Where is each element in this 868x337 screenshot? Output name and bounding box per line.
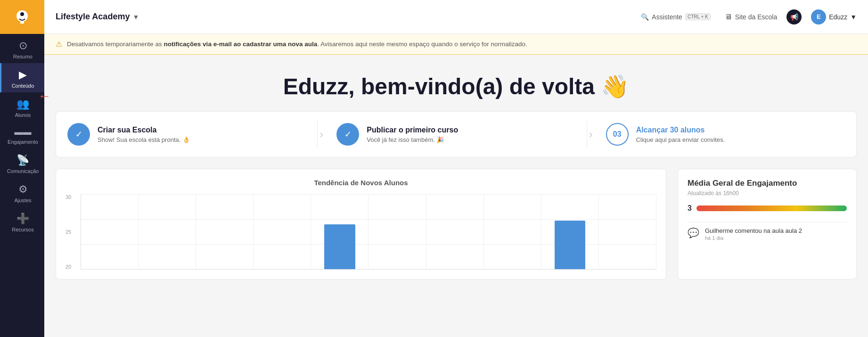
step-arrow-1: › <box>318 112 325 157</box>
bar-5 <box>324 224 355 269</box>
y-label-25: 25 <box>66 229 79 235</box>
chart-title: Tendência de Novos Alunos <box>66 179 656 187</box>
step-1-desc: Show! Sua escola está pronta. 👌 <box>98 136 190 143</box>
site-label: Site da Escola <box>735 13 778 21</box>
site-button[interactable]: 🖥 Site da Escola <box>725 13 778 21</box>
sidebar-item-resumo[interactable]: ⊙ Resumo <box>0 34 44 63</box>
sidebar-item-label-ajustes: Ajustes <box>14 197 31 203</box>
step-2-title: Publicar o primeiro curso <box>367 126 458 134</box>
search-icon: 🔍 <box>641 13 649 21</box>
sidebar-item-label-conteudo: Conteúdo <box>12 83 34 89</box>
sidebar-item-label-resumo: Resumo <box>13 54 33 59</box>
chart-col-9 <box>541 194 599 269</box>
y-label-30: 30 <box>66 194 79 200</box>
user-name: Eduzz <box>829 13 847 21</box>
header: Lifestyle Academy ▼ 🔍 Assistente CTRL + … <box>44 0 868 34</box>
communication-icon: 📡 <box>16 154 29 166</box>
banner-bold: notificações via e-mail ao cadastrar uma… <box>164 41 318 48</box>
chevron-down-icon: ▼ <box>132 13 139 21</box>
engagement-gradient-bar <box>696 205 847 211</box>
trend-chart-card: Tendência de Novos Alunos 30 25 20 <box>56 169 666 279</box>
engagement-subtitle: Atualizado às 16h00 <box>688 190 847 197</box>
user-chevron-icon: ▼ <box>850 13 857 21</box>
step-arrow-2: › <box>587 112 595 157</box>
user-initial: E <box>817 13 821 20</box>
comment-icon: 💬 <box>688 227 699 238</box>
students-icon: 👥 <box>16 98 29 110</box>
chart-col-6 <box>368 194 426 269</box>
sidebar-item-conteudo[interactable]: ▶ Conteúdo <box>0 63 44 92</box>
step-2-text: Publicar o primeiro curso Você já fez is… <box>367 126 458 143</box>
notification-banner: ⚠ Desativamos temporariamente as notific… <box>44 34 868 55</box>
step-1: ✓ Criar sua Escola Show! Sua escola está… <box>56 112 318 157</box>
onboarding-steps: ✓ Criar sua Escola Show! Sua escola está… <box>56 111 857 157</box>
comment-item: 💬 Guilherme comentou na aula aula 2 há 1… <box>688 222 847 246</box>
charts-section: Tendência de Novos Alunos 30 25 20 <box>56 169 857 279</box>
user-menu[interactable]: E Eduzz ▼ <box>811 9 857 25</box>
app-logo[interactable] <box>0 0 44 34</box>
dashboard-icon: ⊙ <box>19 40 27 52</box>
step-3[interactable]: 03 Alcançar 30 alunos Clique aqui para e… <box>595 112 856 157</box>
step-3-title: Alcançar 30 alunos <box>636 126 725 134</box>
step-3-icon: 03 <box>606 123 629 146</box>
banner-prefix: Desativamos temporariamente as <box>67 41 164 48</box>
engagement-bar-row: 3 <box>688 204 847 213</box>
comment-content: Guilherme comentou na aula aula 2 há 1 d… <box>705 227 802 241</box>
engagement-icon: ▬▬ <box>15 127 32 137</box>
banner-suffix: . Avisaremos aqui neste mesmo espaço qua… <box>317 41 527 48</box>
header-actions: 🔍 Assistente CTRL + K 🖥 Site da Escola 📢… <box>636 9 857 25</box>
chart-y-labels: 30 25 20 <box>66 194 79 270</box>
welcome-title: Eduzz, bem-vindo(a) de volta 👋 <box>56 74 857 100</box>
bar-9 <box>555 221 585 269</box>
step-1-title: Criar sua Escola <box>98 126 190 134</box>
settings-icon: ⚙ <box>18 183 28 196</box>
step-2-icon: ✓ <box>336 123 359 146</box>
comment-time: há 1 dia <box>705 235 802 241</box>
notification-button[interactable]: 📢 <box>786 9 802 25</box>
sidebar-item-label-recursos: Recursos <box>12 227 33 232</box>
chart-col-7 <box>426 194 484 269</box>
svg-point-1 <box>20 12 24 16</box>
step-3-text: Alcançar 30 alunos Clique aqui para envi… <box>636 126 725 143</box>
engagement-title: Média Geral de Engajamento <box>688 179 847 188</box>
main-content: Lifestyle Academy ▼ 🔍 Assistente CTRL + … <box>44 0 868 337</box>
engagement-score: 3 <box>688 204 692 213</box>
sidebar-item-comunicacao[interactable]: 📡 Comunicação <box>0 148 44 178</box>
chart-col-4 <box>254 194 311 269</box>
y-label-20: 20 <box>66 264 79 270</box>
welcome-section: Eduzz, bem-vindo(a) de volta 👋 <box>44 55 868 111</box>
step-3-desc: Clique aqui para enviar convites. <box>636 136 725 143</box>
school-name-text: Lifestyle Academy <box>56 12 130 22</box>
sidebar-item-ajustes[interactable]: ⚙ Ajustes <box>0 178 44 207</box>
chart-col-2 <box>139 194 196 269</box>
banner-text: Desativamos temporariamente as notificaç… <box>67 41 527 48</box>
keyboard-shortcut: CTRL + K <box>685 13 711 20</box>
content-icon: ▶ <box>19 69 27 81</box>
warning-icon: ⚠ <box>56 40 62 49</box>
resources-icon: ➕ <box>16 213 29 225</box>
chart-col-10 <box>599 194 656 269</box>
step-2-desc: Você já fez isso também. 🎉 <box>367 136 458 143</box>
school-title[interactable]: Lifestyle Academy ▼ <box>56 12 631 22</box>
chart-col-3 <box>196 194 254 269</box>
sidebar-item-label-alunos: Alunos <box>15 112 31 118</box>
monitor-icon: 🖥 <box>725 13 732 21</box>
assistant-button[interactable]: 🔍 Assistente CTRL + K <box>636 10 715 24</box>
engagement-card: Média Geral de Engajamento Atualizado às… <box>678 169 857 279</box>
page-content: ⚠ Desativamos temporariamente as notific… <box>44 34 868 337</box>
assistant-label: Assistente <box>652 13 682 21</box>
sidebar-item-label-engajamento: Engajamento <box>8 139 38 145</box>
sidebar-item-engajamento[interactable]: ▬▬ Engajamento <box>0 122 44 148</box>
chart-area: 30 25 20 <box>66 194 656 270</box>
comment-text: Guilherme comentou na aula aula 2 <box>705 227 802 234</box>
chart-bars <box>81 194 656 270</box>
user-avatar: E <box>811 9 826 25</box>
chart-col-1 <box>81 194 139 269</box>
step-1-text: Criar sua Escola Show! Sua escola está p… <box>98 126 190 143</box>
chart-col-5 <box>311 194 368 269</box>
sidebar-item-label-comunicacao: Comunicação <box>7 168 39 174</box>
sidebar: ⊙ Resumo ▶ Conteúdo 👥 Alunos ▬▬ Engajame… <box>0 0 44 337</box>
sidebar-item-recursos[interactable]: ➕ Recursos <box>0 207 44 236</box>
step-1-icon: ✓ <box>67 123 90 146</box>
sidebar-item-alunos[interactable]: 👥 Alunos <box>0 92 44 122</box>
